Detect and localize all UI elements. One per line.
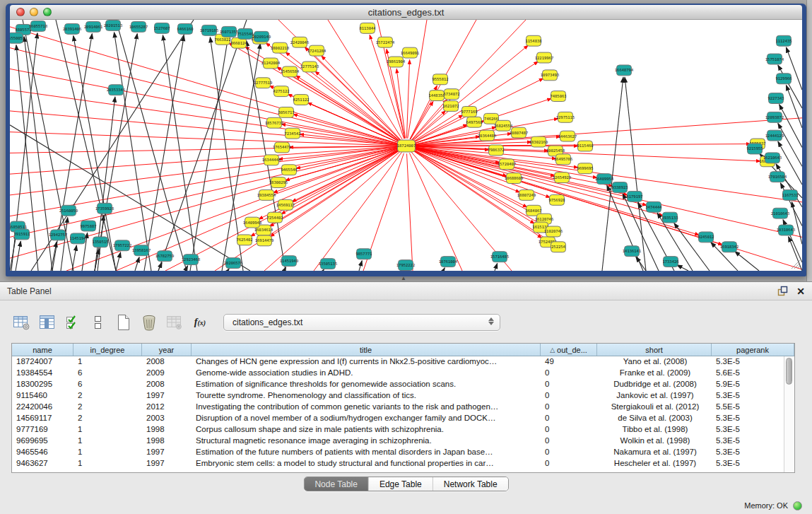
table-cell[interactable]: 5.3E-5	[712, 424, 794, 436]
table-cell[interactable]: Changes of HCN gene expression and I(f) …	[192, 356, 541, 368]
table-cell[interactable]: 1997	[142, 390, 192, 402]
edge[interactable]	[158, 20, 247, 271]
table-cell[interactable]: 2	[73, 402, 142, 413]
graph-node[interactable]: 18300295	[269, 177, 288, 188]
table-cell[interactable]: 1	[73, 424, 142, 436]
edge[interactable]	[116, 20, 187, 271]
graph-node[interactable]: 9215955	[746, 144, 763, 154]
table-cell[interactable]: Estimation of the future numbers of pati…	[192, 447, 541, 458]
edge[interactable]	[359, 261, 362, 271]
graph-node[interactable]: 16344448	[262, 155, 281, 165]
graph-node[interactable]: 20201513	[104, 20, 122, 30]
table-row[interactable]: 946554611997Estimation of the future num…	[12, 447, 794, 458]
citation-edge[interactable]	[408, 20, 427, 139]
table-cell[interactable]: 18300295	[12, 379, 73, 390]
table-cell[interactable]: 1	[73, 356, 142, 368]
graph-node[interactable]: 16210643	[763, 153, 782, 163]
graph-node[interactable]: 16409954	[595, 174, 614, 185]
graph-node[interactable]: 7234542	[284, 128, 300, 139]
citation-edge[interactable]	[411, 100, 447, 141]
table-cell[interactable]: Tibbo et al. (1998)	[597, 424, 712, 436]
table-cell[interactable]: Corpus callosum shape and size in male p…	[192, 424, 541, 436]
graph-node[interactable]: 15722474	[376, 37, 395, 47]
show-columns-button[interactable]	[35, 311, 59, 334]
edge[interactable]	[95, 34, 137, 271]
table-mode-button[interactable]	[10, 311, 34, 334]
table-cell[interactable]: Tourette syndrome. Phenomenology and cla…	[192, 390, 541, 402]
function-builder-button[interactable]: f(x)	[188, 311, 212, 334]
graph-node[interactable]: 6179197	[626, 191, 642, 201]
citation-edge[interactable]	[10, 27, 399, 144]
graph-node[interactable]: 16055718	[29, 21, 47, 31]
table-cell[interactable]: 49	[541, 356, 597, 368]
graph-node[interactable]: 19861904	[387, 57, 406, 67]
graph-node[interactable]: 18302160	[529, 136, 548, 147]
graph-node[interactable]: 17654471	[273, 142, 291, 153]
graph-node[interactable]: 12093872	[765, 112, 784, 122]
table-cell[interactable]: Nakamura et al. (1997)	[597, 447, 712, 458]
graph-node[interactable]: 17016504	[768, 172, 787, 182]
graph-node[interactable]: 10688609	[505, 173, 523, 184]
graph-node[interactable]: 16649091	[401, 47, 419, 58]
graph-node[interactable]: 12942757	[49, 230, 67, 240]
row-selection-button[interactable]	[61, 311, 85, 334]
minimize-window-button[interactable]	[30, 8, 38, 16]
table-cell[interactable]: 1998	[142, 424, 192, 436]
table-cell[interactable]: 9115460	[12, 390, 73, 402]
citation-edge[interactable]	[407, 153, 413, 271]
table-cell[interactable]: 5.9E-5	[712, 379, 794, 390]
graph-node[interactable]: 4251122	[293, 95, 309, 105]
graph-node[interactable]: 21010643	[771, 208, 789, 218]
graph-node[interactable]: 16782759	[155, 251, 174, 262]
graph-node[interactable]: 1154838	[525, 35, 541, 46]
graph-node[interactable]: 12975115	[556, 112, 575, 122]
table-row[interactable]: 969969511998Structural magnetic resonanc…	[12, 436, 794, 447]
zoom-window-button[interactable]	[43, 8, 52, 16]
table-cell[interactable]: 5.3E-5	[712, 390, 794, 402]
graph-node[interactable]: 6497568	[466, 117, 482, 127]
graph-node[interactable]: 16409948	[243, 217, 261, 228]
table-cell[interactable]: Estimation of significance thresholds fo…	[192, 379, 541, 390]
column-header-title[interactable]: title	[192, 344, 541, 356]
graph-node[interactable]: 1621072	[442, 101, 459, 112]
graph-node[interactable]: 14463627	[558, 131, 577, 141]
graph-node[interactable]: 6734072	[443, 89, 459, 100]
table-cell[interactable]: 0	[541, 436, 597, 447]
table-row[interactable]: 1456911722003Disruption of a novel membe…	[12, 413, 794, 424]
graph-node[interactable]: 10807487	[510, 127, 528, 138]
graph-node[interactable]: 15751074	[765, 54, 784, 64]
column-header-pagerank[interactable]: pagerank	[712, 344, 794, 356]
table-row[interactable]: 946362711997Embryonic stem cells: a mode…	[12, 458, 794, 469]
graph-node[interactable]: 18807249	[517, 189, 536, 200]
table-cell[interactable]: 2008	[142, 356, 192, 368]
table-cell[interactable]: 19384554	[12, 368, 73, 379]
close-panel-icon[interactable]: ✕	[796, 286, 805, 296]
graph-node[interactable]: 1733426	[662, 257, 678, 267]
graph-node[interactable]: 10655287	[129, 21, 148, 32]
edge[interactable]	[144, 36, 184, 271]
table-cell[interactable]: Hescheler et al. (1997)	[597, 458, 712, 469]
graph-node[interactable]: 16495786	[554, 154, 572, 165]
edge[interactable]	[779, 105, 802, 148]
window-titlebar[interactable]: citations_edges.txt	[10, 5, 802, 20]
table-cell[interactable]: 5.3E-5	[712, 413, 794, 424]
table-cell[interactable]: 1998	[142, 436, 192, 447]
table-cell[interactable]: 18724007	[12, 356, 73, 368]
table-cell[interactable]: 5.6E-5	[712, 368, 794, 379]
graph-node[interactable]: 9777169	[461, 106, 477, 117]
table-cell[interactable]: 1997	[142, 447, 192, 458]
table-cell[interactable]: 2012	[142, 402, 192, 413]
table-cell[interactable]: 9699695	[12, 436, 73, 447]
table-cell[interactable]: 0	[541, 379, 597, 390]
table-cell[interactable]: 2	[73, 413, 142, 424]
graph-node[interactable]: 16824554	[494, 120, 513, 131]
table-cell[interactable]: 2	[73, 390, 142, 402]
graph-node[interactable]: 15456584	[281, 66, 300, 77]
graph-node[interactable]: 14569117	[276, 199, 295, 210]
edge[interactable]	[625, 77, 646, 271]
citation-edge[interactable]	[10, 148, 399, 258]
graph-node[interactable]: 12775143	[300, 62, 319, 72]
graph-node[interactable]: 9115460	[577, 141, 593, 151]
graph-node[interactable]: 7986372	[488, 145, 504, 156]
graph-node[interactable]: 16071355	[220, 26, 238, 37]
